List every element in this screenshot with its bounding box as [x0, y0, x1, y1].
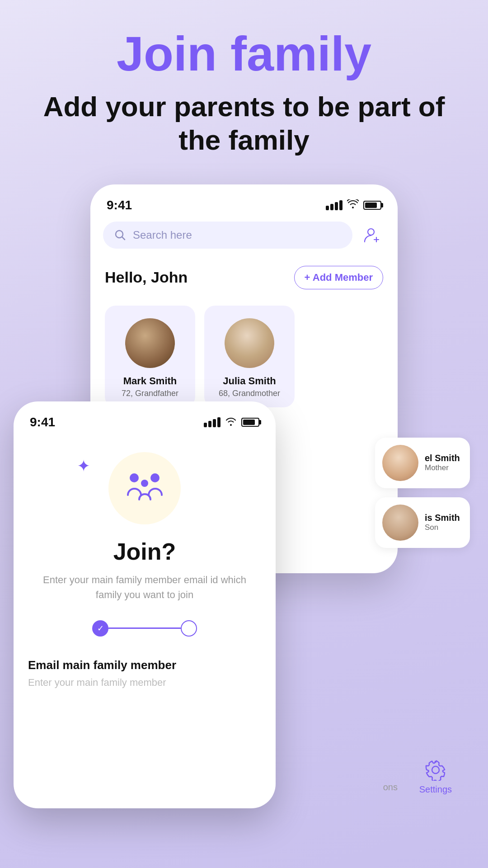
status-icons-front [204, 417, 259, 428]
add-user-icon-button[interactable] [360, 222, 385, 248]
wifi-icon [347, 199, 359, 211]
email-label: Email main family member [28, 658, 261, 672]
step-1-check: ✓ [97, 623, 104, 633]
svg-point-4 [141, 480, 148, 487]
settings-label: Settings [419, 784, 452, 795]
battery-icon-front [241, 418, 259, 427]
member-cards: Mark Smith 72, Grandfather Julia Smith 6… [90, 297, 398, 416]
wifi-icon-front [225, 417, 237, 428]
battery-icon [363, 201, 381, 210]
member-name-mark: Mark Smith [123, 375, 177, 387]
side-name-son: is Smith [425, 513, 460, 523]
member-name-julia: Julia Smith [223, 375, 276, 387]
step-line [108, 627, 181, 629]
signal-icon [326, 200, 343, 210]
member-desc-mark: 72, Grandfather [122, 389, 178, 398]
member-desc-julia: 68, Grandmother [219, 389, 280, 398]
search-icon [114, 229, 127, 241]
avatar-rachel [382, 445, 418, 481]
side-card-son[interactable]: is Smith Son [375, 497, 470, 548]
step-2-dot [181, 620, 197, 637]
side-info-son: is Smith Son [425, 513, 460, 532]
phone-front: 9:41 [14, 401, 276, 808]
member-card-mark[interactable]: Mark Smith 72, Grandfather [105, 306, 195, 407]
search-input-wrap[interactable]: Search here [103, 222, 352, 249]
status-icons-back [326, 199, 381, 211]
email-placeholder: Enter your main family member [28, 677, 261, 689]
member-card-julia[interactable]: Julia Smith 68, Grandmother [204, 306, 295, 407]
page-header: Join family Add your parents to be part … [0, 0, 488, 175]
progress-steps: ✓ [35, 620, 254, 637]
side-role-mother: Mother [425, 463, 460, 472]
settings-icon [425, 759, 446, 781]
svg-point-2 [130, 473, 139, 482]
page-title: Join family [27, 27, 461, 81]
side-role-son: Son [425, 523, 460, 532]
avatar-julia [225, 318, 274, 368]
side-card-mother[interactable]: el Smith Mother [375, 438, 470, 488]
email-section: Email main family member Enter your main… [14, 658, 276, 689]
family-svg-icon [124, 468, 165, 509]
avatar-son [382, 505, 418, 541]
page-subtitle: Add your parents to be part of the famil… [27, 90, 461, 157]
phones-area: 9:41 [0, 184, 488, 808]
signal-icon-front [204, 417, 221, 427]
add-member-button[interactable]: + Add Member [294, 266, 383, 289]
svg-point-1 [368, 229, 374, 235]
status-time-front: 9:41 [30, 415, 55, 429]
status-time-back: 9:41 [107, 198, 132, 212]
settings-nav-item[interactable]: Settings [419, 759, 452, 795]
avatar-mark [125, 318, 175, 368]
svg-point-3 [150, 473, 160, 482]
search-bar: Search here [103, 222, 385, 249]
side-info-mother: el Smith Mother [425, 453, 460, 472]
join-desc: Enter your main family member email id w… [35, 572, 254, 602]
search-placeholder: Search here [133, 229, 192, 241]
notifications-nav-label: ons [383, 782, 398, 793]
join-content: Join? Enter your main family member emai… [14, 538, 276, 637]
step-1-dot: ✓ [92, 620, 108, 637]
status-bar-back: 9:41 [90, 193, 398, 217]
sparkle-icon: ✦ [77, 457, 90, 476]
family-icon-area: ✦ [14, 452, 276, 524]
hello-section: Hello, John + Add Member [90, 253, 398, 297]
family-circle [108, 452, 181, 524]
hello-text: Hello, John [105, 269, 188, 286]
side-name-mother: el Smith [425, 453, 460, 463]
status-bar-front: 9:41 [14, 410, 276, 434]
join-title: Join? [35, 538, 254, 565]
